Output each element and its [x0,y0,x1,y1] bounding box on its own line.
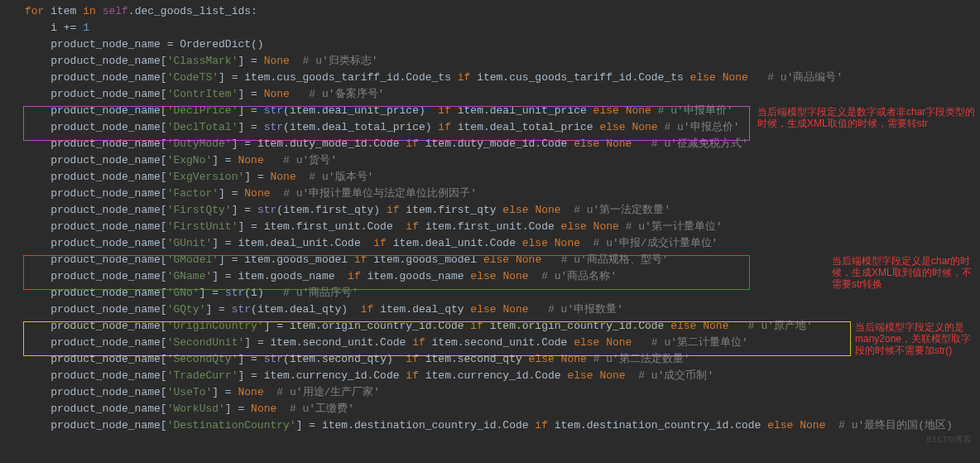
code-token: self [103,5,128,17]
code-token: 'DestinationCountry' [167,419,296,432]
code-token: 'GUnit' [167,237,213,249]
code-token: # u'成交币制' [638,369,713,382]
annotation-purple: 当后端模型字段定义是数字或者非char字段类型的时候，生成XML取值的时候，需要… [757,106,979,129]
code-token [587,353,593,365]
code-token: # u'第一计量单位' [626,220,723,233]
code-line[interactable]: product_node_name['TradeCurr'] = item.cu… [0,368,980,384]
code-token: item.origin_country_id.Code [283,320,470,332]
code-token: item.first_unit.Code [419,220,561,233]
code-token: ] [238,104,251,117]
code-token: item.goods_name [232,270,348,282]
code-token: item.destination_country_id.code [548,419,767,432]
code-line[interactable]: product_node_name['ContrItem'] = None # … [0,86,980,103]
code-token: product_node_name[ [25,336,167,349]
code-token: product_node_name[ [25,419,167,432]
code-token: for [25,5,44,17]
code-line[interactable]: product_node_name['DestinationCountry'] … [0,417,980,434]
code-token [529,303,548,316]
code-token: else [502,204,528,216]
code-token: product_node_name[ [25,187,167,200]
code-token: if [438,104,451,117]
code-editor[interactable]: for item in self.dec_goods_list_ids: i +… [0,0,980,434]
code-token: item.deal_unit_price [451,104,593,117]
code-token: product_node_name[ [25,220,167,233]
code-line[interactable]: product_node_name['OriginCountry'] = ite… [0,318,980,335]
code-token: None [606,336,632,349]
code-token: if [406,137,419,150]
code-line[interactable]: product_node_name['GUnit'] = item.deal_u… [0,235,980,252]
code-token: ] [264,320,277,332]
code-line[interactable]: product_node_name['ExgVersion'] = None #… [0,169,980,186]
code-line[interactable]: product_node_name['UseTo'] = None # u'用途… [0,384,980,401]
code-token: item.second_unit.Code [264,336,412,349]
code-token: 'SecondUnit' [167,336,245,349]
code-token: product_node_name[ [25,55,167,67]
code-token: ] [219,253,232,266]
code-token: if [361,303,374,316]
code-token [619,104,626,117]
code-token: str [225,287,244,299]
code-token: item.goods_model [368,253,483,266]
code-token: item.cus_goods_tariff_id.Code_ts [470,71,689,84]
code-line[interactable]: product_node_name['Factor'] = None # u'申… [0,186,980,202]
code-token: = [212,287,219,299]
code-token [219,287,225,299]
code-token [728,320,747,332]
code-line[interactable]: product_node_name['SecondQty'] = str(ite… [0,351,980,368]
code-token: ] [244,336,257,349]
code-token: None [251,403,276,415]
code-token: else [522,237,548,249]
code-token: # u'申报单价' [658,104,733,117]
code-token: item.deal_qty [373,303,470,316]
code-token: None [599,369,625,382]
code-line[interactable]: product_node_name = OrderedDict() [0,36,980,53]
code-token: product_node_name[ [25,104,167,117]
code-token: else [593,104,619,117]
code-token [548,237,555,249]
code-token: None [606,137,632,150]
code-token: # u'申报/成交计量单位' [593,237,718,249]
code-line[interactable]: for item in self.dec_goods_list_ids: [0,3,980,20]
code-token: item.cus_goods_tariff_id.Code_ts [238,71,457,84]
code-token: = [251,104,257,117]
code-token [541,253,560,266]
annotation-yellow: 当后端模型字段定义的是many2one，关联模型取字段的时候不需要加str() [855,321,979,356]
code-token: ] [219,187,232,200]
code-token: 'UseTo' [167,386,213,398]
code-token [632,336,651,349]
code-line[interactable]: product_node_name['CodeTS'] = item.cus_g… [0,70,980,86]
code-token: else [670,320,696,332]
code-token: product_node_name[ [25,287,167,299]
code-line[interactable]: product_node_name['FirstUnit'] = item.fi… [0,219,980,235]
code-token: # u'申报数量' [548,303,623,316]
code-line[interactable]: product_node_name['FirstQty'] = str(item… [0,202,980,219]
code-line[interactable]: product_node_name['SecondUnit'] = item.s… [0,335,980,351]
code-line[interactable]: product_node_name['ExgNo'] = None # u'货号… [0,152,980,169]
code-token [290,55,303,67]
code-token: 'DeclTotal' [167,121,238,133]
code-line[interactable]: product_node_name['ClassMark'] = None # … [0,53,980,70]
code-token: ] [238,55,251,67]
code-token: None [516,253,541,266]
code-token: ] [238,121,251,133]
code-line[interactable]: product_node_name['DutyMode'] = item.dut… [0,136,980,152]
code-token: = [276,320,283,332]
code-token [529,270,542,282]
code-token: 'DutyMode' [167,137,232,150]
code-token: 'FirstUnit' [167,220,238,233]
code-token: # u'货号' [283,154,337,166]
code-token: (item.first_qty) [276,204,387,216]
code-token: item.goods_model [238,253,353,266]
code-line[interactable]: product_node_name['WorkUsd'] = None # u'… [0,401,980,417]
code-token: i [25,22,64,34]
code-line[interactable]: product_node_name['GQty'] = str(item.dea… [0,301,980,318]
code-token [509,253,516,266]
code-line[interactable]: i += 1 [0,20,980,36]
code-token: item.first_qty [400,204,503,216]
code-token [276,403,290,415]
code-token [748,71,767,84]
code-token: # u'第二计量单位' [651,336,748,349]
code-token: 'SecondQty' [167,353,238,365]
code-token: item.deal_total_price [451,121,599,133]
code-token: item.second_qty [419,353,529,365]
